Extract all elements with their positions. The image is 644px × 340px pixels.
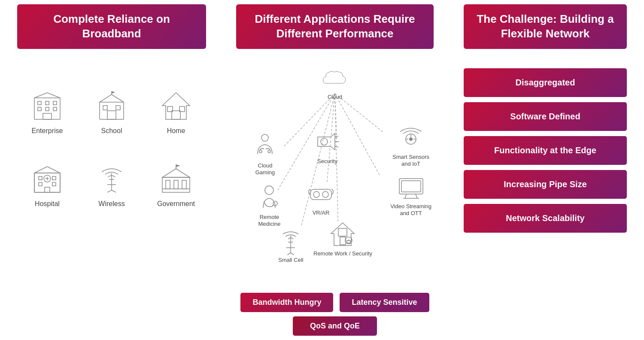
svg-marker-45 (162, 169, 190, 177)
svg-rect-27 (52, 182, 56, 186)
svg-line-9 (47, 93, 60, 98)
enterprise-icon (30, 89, 64, 124)
badges-row2: QoS and QoE (293, 316, 377, 336)
icons-grid: Enterprise School (17, 66, 206, 208)
right-panel: The Challenge: Building a Flexible Netwo… (455, 4, 635, 336)
svg-rect-42 (174, 180, 178, 189)
middle-panel: Different Applications Require Different… (215, 4, 455, 336)
smart-sensors-label: Smart Sensorsand IoT (392, 154, 429, 168)
left-panel: Complete Reliance on Broadband E (9, 4, 215, 336)
middle-header: Different Applications Require Different… (236, 4, 434, 49)
icon-wireless: Wireless (82, 139, 142, 208)
remote-medicine-label: RemoteMedicine (258, 214, 280, 228)
small-cell-node: Small Cell (277, 227, 305, 264)
svg-line-81 (291, 253, 294, 255)
svg-line-76 (405, 194, 407, 198)
svg-rect-79 (401, 181, 421, 192)
hospital-label: Hospital (35, 200, 60, 208)
small-cell-icon (277, 227, 305, 255)
feature-scalability: Network Scalability (464, 204, 627, 233)
hospital-icon (30, 162, 64, 197)
security-label: Security (317, 158, 337, 165)
svg-rect-1 (38, 101, 41, 105)
svg-rect-22 (34, 173, 60, 192)
svg-line-80 (287, 253, 291, 255)
cloud-gaming-icon (251, 133, 279, 161)
school-label: School (101, 127, 122, 135)
svg-line-35 (112, 190, 116, 192)
smart-sensors-icon (397, 124, 425, 152)
feature-pipe-size: Increasing Pipe Size (464, 170, 627, 199)
svg-point-57 (261, 134, 268, 141)
latency-badge: Latency Sensitive (340, 293, 429, 312)
svg-rect-41 (166, 180, 170, 189)
badges-row1: Bandwidth Hungry Latency Sensitive (240, 293, 429, 312)
video-streaming-node: Video Streamingand OTT (390, 173, 431, 218)
svg-rect-6 (53, 107, 57, 111)
vrar-icon (307, 180, 335, 208)
cloud-gaming-node: CloudGaming (251, 133, 279, 177)
svg-point-70 (265, 186, 273, 194)
svg-marker-85 (331, 223, 354, 246)
svg-point-74 (322, 191, 328, 197)
remote-medicine-node: RemoteMedicine (255, 184, 283, 228)
svg-line-34 (107, 190, 112, 192)
svg-marker-18 (162, 93, 190, 119)
svg-rect-7 (43, 113, 52, 119)
government-label: Government (157, 200, 195, 208)
enterprise-label: Enterprise (32, 127, 63, 135)
svg-point-66 (409, 137, 413, 141)
svg-line-33 (47, 167, 60, 173)
security-icon (313, 128, 341, 156)
svg-point-73 (313, 191, 319, 197)
svg-line-64 (335, 146, 338, 147)
cloud-node: Cloud (321, 64, 349, 101)
svg-rect-13 (107, 111, 116, 119)
svg-rect-86 (340, 237, 346, 245)
left-header: Complete Reliance on Broadband (17, 4, 206, 49)
qos-badge: QoS and QoE (293, 316, 377, 336)
svg-marker-60 (318, 134, 335, 150)
remote-work-icon (329, 221, 357, 249)
smart-sensors-node: Smart Sensorsand IoT (392, 124, 429, 168)
security-node: Security (313, 128, 341, 165)
small-cell-label: Small Cell (278, 257, 304, 264)
remote-work-node: Remote Work / Security (313, 221, 372, 258)
svg-line-54 (335, 93, 380, 176)
cloud-label: Cloud (328, 94, 342, 101)
remote-medicine-icon (255, 184, 283, 212)
svg-rect-28 (45, 187, 50, 192)
wireless-label: Wireless (98, 200, 125, 208)
svg-rect-25 (52, 176, 56, 180)
page-container: Complete Reliance on Broadband E (0, 0, 644, 340)
svg-line-32 (34, 167, 47, 173)
svg-line-12 (112, 94, 124, 102)
home-label: Home (167, 127, 185, 135)
video-streaming-icon (397, 173, 425, 201)
svg-rect-4 (38, 107, 41, 111)
svg-rect-14 (103, 106, 107, 110)
svg-marker-17 (112, 91, 115, 94)
icon-hospital: Hospital (17, 139, 77, 208)
svg-line-77 (416, 194, 417, 198)
feature-list: Disaggregated Software Defined Functiona… (464, 68, 627, 233)
home-icon (159, 89, 193, 124)
svg-rect-23 (34, 173, 60, 192)
svg-rect-87 (338, 228, 347, 236)
diagram-area: Cloud CloudGaming (228, 64, 442, 284)
svg-rect-2 (46, 101, 49, 105)
svg-point-58 (259, 150, 262, 153)
vrar-label: VR/AR (313, 209, 330, 217)
cloud-icon (321, 64, 349, 92)
svg-rect-26 (39, 182, 42, 186)
icon-government: Government (146, 139, 206, 208)
svg-rect-43 (182, 180, 186, 189)
cloud-gaming-label: CloudGaming (255, 162, 275, 177)
video-streaming-label: Video Streamingand OTT (390, 203, 431, 218)
svg-rect-15 (116, 106, 120, 110)
vrar-node: VR/AR (307, 180, 335, 217)
svg-rect-5 (46, 107, 49, 111)
svg-rect-39 (162, 177, 190, 192)
school-icon (94, 89, 129, 124)
svg-line-8 (34, 93, 47, 98)
